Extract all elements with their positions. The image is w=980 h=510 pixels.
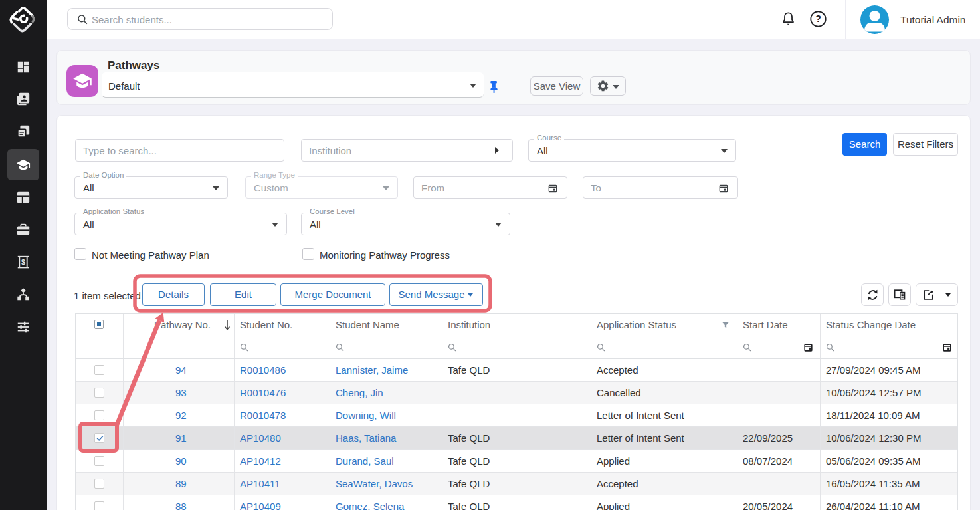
svg-text:?: ? [815, 13, 821, 24]
svg-text:$: $ [21, 258, 25, 266]
